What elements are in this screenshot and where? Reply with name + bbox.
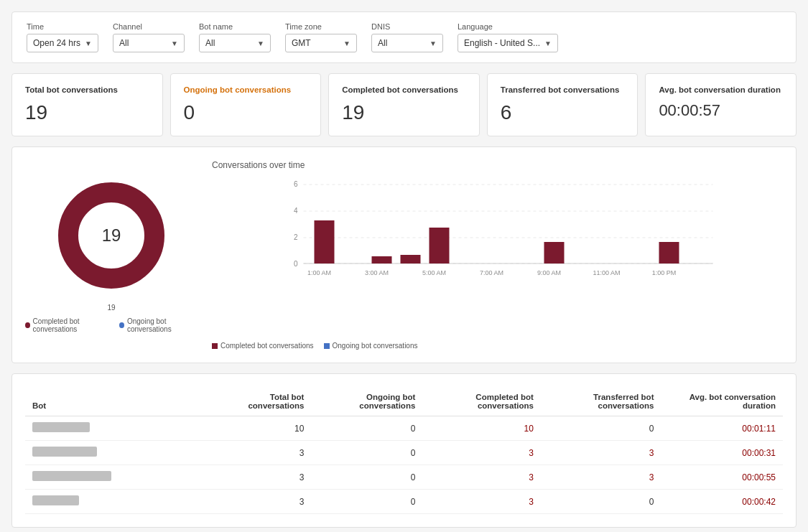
table-row: 303300:00:55 [25, 465, 783, 490]
cell-completed: 10 [422, 416, 541, 441]
svg-text:6: 6 [294, 180, 298, 188]
stat-transferred-title: Transferred bot conversations [501, 85, 625, 94]
bar-9am [544, 242, 565, 263]
stat-avg-value: 00:00:57 [659, 101, 783, 120]
cell-avg: 00:01:11 [661, 416, 783, 441]
filter-timezone-value: GMT [292, 38, 311, 48]
stat-ongoing: Ongoing bot conversations 0 [170, 73, 322, 136]
cell-transferred: 0 [541, 416, 661, 441]
cell-transferred: 3 [541, 465, 661, 490]
filter-timezone-select[interactable]: GMT ▼ [285, 34, 357, 52]
table-body: 10010000:01:11303300:00:31303300:00:5530… [25, 416, 783, 514]
bar-5am [429, 228, 450, 263]
filter-dnis-label: DNIS [371, 22, 443, 31]
bar-1pm [659, 242, 679, 263]
cell-completed: 3 [422, 441, 541, 465]
svg-text:1:00 AM: 1:00 AM [307, 269, 331, 276]
cell-completed: 3 [422, 490, 541, 514]
bar-legend-ongoing: Ongoing bot conversations [324, 342, 418, 350]
cell-total: 3 [212, 465, 311, 490]
stat-transferred: Transferred bot conversations 6 [487, 73, 638, 136]
stat-completed-value: 19 [342, 101, 466, 124]
chevron-down-icon: ▼ [429, 39, 437, 47]
svg-text:2: 2 [294, 233, 298, 241]
stat-transferred-value: 6 [501, 101, 625, 124]
stat-total-value: 19 [25, 101, 149, 124]
filter-channel-value: All [119, 38, 129, 48]
stat-total: Total bot conversations 19 [11, 73, 163, 136]
filter-time-value: Open 24 hrs [33, 38, 80, 48]
cell-completed: 3 [422, 465, 541, 490]
bar-chart-area: 6 4 2 0 [212, 177, 783, 337]
filter-channel: Channel All ▼ [113, 22, 185, 52]
legend-ongoing-label: Ongoing bot conversations [127, 317, 198, 333]
bar-chart-title: Conversations over time [212, 160, 783, 170]
stat-completed-title: Completed bot conversations [342, 85, 466, 94]
filter-time: Time Open 24 hrs ▼ [27, 22, 98, 52]
filter-time-select[interactable]: Open 24 hrs ▼ [27, 34, 98, 52]
filter-language-value: English - United S... [464, 38, 540, 48]
chevron-down-icon: ▼ [257, 39, 264, 47]
filter-bar: Time Open 24 hrs ▼ Channel All ▼ Bot nam… [11, 11, 797, 63]
svg-text:0: 0 [294, 260, 298, 268]
filter-botname: Bot name All ▼ [199, 22, 271, 52]
chevron-down-icon: ▼ [544, 39, 552, 47]
cell-total: 3 [212, 441, 311, 465]
filter-dnis-select[interactable]: All ▼ [371, 34, 443, 52]
cell-avg: 00:00:55 [661, 465, 783, 490]
filter-time-label: Time [27, 22, 98, 31]
page: Time Open 24 hrs ▼ Channel All ▼ Bot nam… [0, 0, 808, 532]
bar-4am [401, 255, 421, 263]
table-row: 303000:00:42 [25, 490, 783, 514]
stat-total-title: Total bot conversations [25, 85, 149, 94]
bar-legend-dot-completed [212, 343, 218, 349]
legend-dot-completed [25, 322, 30, 328]
table-header-row: Bot Total bot conversations Ongoing bot … [25, 387, 783, 416]
cell-ongoing: 0 [311, 490, 422, 514]
filter-language: Language English - United S... ▼ [458, 22, 558, 52]
cell-avg: 00:00:31 [661, 441, 783, 465]
svg-text:7:00 AM: 7:00 AM [480, 269, 503, 276]
filter-dnis-value: All [378, 38, 387, 48]
col-avg: Avg. bot conversation duration [661, 387, 783, 416]
svg-text:4: 4 [294, 207, 298, 215]
chevron-down-icon: ▼ [343, 39, 350, 47]
stat-avg-duration: Avg. bot conversation duration 00:00:57 [645, 73, 797, 136]
donut-center-value: 19 [102, 225, 121, 246]
svg-text:9:00 AM: 9:00 AM [537, 269, 561, 276]
cell-ongoing: 0 [311, 416, 422, 441]
bot-name-cell [25, 416, 212, 441]
legend-ongoing: Ongoing bot conversations [119, 317, 198, 333]
bot-name-cell [25, 465, 212, 490]
legend-completed: Completed bot conversations [25, 317, 109, 333]
cell-ongoing: 0 [311, 441, 422, 465]
bar-legend-dot-ongoing [324, 343, 330, 349]
filter-botname-label: Bot name [199, 22, 271, 31]
filter-botname-select[interactable]: All ▼ [199, 34, 271, 52]
filter-language-select[interactable]: English - United S... ▼ [458, 34, 558, 52]
col-transferred: Transferred bot conversations [541, 387, 661, 416]
chevron-down-icon: ▼ [85, 39, 92, 47]
bar-chart-svg: 6 4 2 0 [212, 177, 783, 335]
svg-text:5:00 AM: 5:00 AM [422, 269, 446, 276]
bot-name-cell [25, 441, 212, 465]
bar-chart-legend: Completed bot conversations Ongoing bot … [212, 342, 783, 350]
bar-legend-completed-label: Completed bot conversations [220, 342, 314, 350]
donut-chart: 19 [50, 174, 172, 297]
cell-transferred: 3 [541, 441, 661, 465]
cell-transferred: 0 [541, 490, 661, 514]
cell-total: 3 [212, 490, 311, 514]
legend-dot-ongoing [119, 322, 124, 328]
col-total: Total bot conversations [212, 387, 311, 416]
filter-language-label: Language [458, 22, 558, 31]
stat-completed: Completed bot conversations 19 [328, 73, 480, 136]
cell-total: 10 [212, 416, 311, 441]
table-row: 303300:00:31 [25, 441, 783, 465]
svg-text:3:00 AM: 3:00 AM [365, 269, 389, 276]
stat-avg-title: Avg. bot conversation duration [659, 85, 783, 94]
col-completed: Completed bot conversations [422, 387, 541, 416]
bar-chart-container: Conversations over time 6 4 2 0 [212, 160, 783, 350]
bot-name-cell [25, 490, 212, 514]
filter-dnis: DNIS All ▼ [371, 22, 443, 52]
filter-channel-select[interactable]: All ▼ [113, 34, 185, 52]
